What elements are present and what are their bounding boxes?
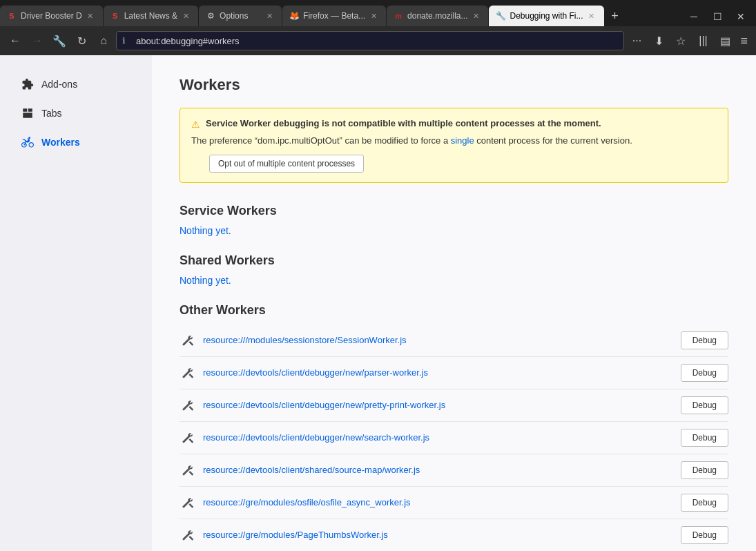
page-title: Workers: [180, 76, 728, 94]
opt-out-button[interactable]: Opt out of multiple content processes: [209, 155, 364, 173]
worker-row: resource:///modules/sessionstore/Session…: [180, 325, 728, 357]
home-button[interactable]: ⌂: [94, 31, 113, 50]
tab-debug[interactable]: 🔧 Debugging with Fi... ✕: [489, 6, 603, 26]
tab-favicon-mozilla: m: [394, 11, 403, 21]
library-icon[interactable]: |||: [693, 31, 713, 50]
nav-right-buttons: ··· ⬇ ☆ ||| ▤ ≡: [627, 31, 750, 51]
debug-button-0[interactable]: Debug: [681, 331, 728, 349]
tab-favicon-options: ⚙: [206, 11, 215, 21]
tab-label-firefox: Firefox — Beta...: [303, 11, 365, 21]
worker-url-6: resource://gre/modules/PageThumbsWorker.…: [203, 530, 667, 540]
tab-favicon-driver: S: [7, 11, 17, 21]
tab-favicon-firefox: 🦊: [289, 11, 299, 21]
hammer-icon-1: [180, 365, 196, 381]
hammer-icon-6: [180, 527, 196, 543]
worker-url-5: resource://gre/modules/osfile/osfile_asy…: [203, 497, 667, 508]
tab-firefox[interactable]: 🦊 Firefox — Beta... ✕: [282, 6, 386, 26]
forward-button[interactable]: →: [28, 31, 47, 50]
tab-close-mozilla[interactable]: ✕: [470, 10, 481, 21]
sidebar-item-tabs[interactable]: Tabs: [7, 99, 145, 127]
more-button[interactable]: ···: [627, 31, 646, 50]
menu-button[interactable]: ≡: [737, 31, 750, 51]
tab-label-debug: Debugging with Fi...: [510, 11, 583, 21]
hammer-icon-0: [180, 332, 196, 349]
window-controls: ─ ☐ ✕: [679, 7, 756, 26]
sidebar-toggle[interactable]: ▤: [715, 31, 735, 50]
worker-url-2: resource://devtools/client/debugger/new/…: [203, 400, 667, 410]
worker-url-3: resource://devtools/client/debugger/new/…: [203, 432, 667, 443]
hammer-icon-2: [180, 397, 196, 414]
tab-label-driver: Driver Booster D: [21, 11, 82, 21]
maximize-button[interactable]: ☐: [708, 7, 727, 26]
debug-button-2[interactable]: Debug: [681, 396, 728, 414]
warning-title: Service Worker debugging is not compatib…: [206, 118, 601, 128]
info-icon: ℹ: [122, 36, 132, 46]
nav-bar: ← → 🔧 ↻ ⌂ ℹ about:debugging#workers ··· …: [0, 26, 756, 55]
url-text: about:debugging#workers: [136, 36, 240, 46]
section-heading-service: Service Workers: [180, 204, 728, 218]
sidebar-label-tabs: Tabs: [41, 108, 62, 119]
tab-mozilla[interactable]: m donate.mozilla... ✕: [387, 6, 488, 26]
warning-box: ⚠ Service Worker debugging is not compat…: [180, 108, 728, 183]
tabs-icon: [21, 106, 35, 120]
warning-icon: ⚠: [191, 119, 200, 130]
debug-button-1[interactable]: Debug: [681, 364, 728, 382]
hammer-icon-3: [180, 429, 196, 446]
sidebar-label-workers: Workers: [41, 137, 80, 148]
pocket-icon[interactable]: ⬇: [649, 31, 668, 50]
tab-favicon-news: S: [110, 11, 120, 21]
hammer-icon-4: [180, 462, 196, 478]
tab-label-options: Options: [220, 11, 261, 21]
service-workers-nothing: Nothing yet.: [180, 225, 728, 236]
new-tab-button[interactable]: +: [605, 6, 626, 26]
other-workers-list: resource:///modules/sessionstore/Session…: [180, 325, 728, 552]
bookmark-icon[interactable]: ☆: [671, 31, 690, 50]
workers-icon: [21, 135, 35, 149]
puzzle-icon: [21, 77, 35, 91]
hammer-icon-5: [180, 494, 196, 511]
refresh-button[interactable]: ↻: [72, 31, 91, 50]
section-heading-other: Other Workers: [180, 303, 728, 318]
tab-news[interactable]: S Latest News & ✕: [104, 6, 198, 26]
section-heading-shared: Shared Workers: [180, 253, 728, 268]
sidebar-item-workers[interactable]: Workers: [7, 128, 145, 156]
warning-body-link[interactable]: single: [451, 135, 474, 146]
worker-url-1: resource://devtools/client/debugger/new/…: [203, 367, 667, 378]
close-button[interactable]: ✕: [731, 7, 750, 26]
worker-row: resource://gre/modules/PageThumbsWorker.…: [180, 519, 728, 552]
sidebar-item-addons[interactable]: Add-ons: [7, 70, 145, 98]
worker-row: resource://devtools/client/debugger/new/…: [180, 389, 728, 422]
tab-close-options[interactable]: ✕: [264, 10, 275, 21]
back-button[interactable]: ←: [6, 31, 25, 50]
warning-body-suffix: content process for the current version.: [474, 135, 632, 146]
url-bar[interactable]: ℹ about:debugging#workers: [116, 31, 624, 50]
tab-label-news: Latest News &: [124, 11, 177, 21]
tab-label-mozilla: donate.mozilla...: [407, 11, 467, 21]
wrench-icon[interactable]: 🔧: [50, 31, 69, 50]
page-container: Add-ons Tabs Workers Workers ⚠: [0, 55, 756, 551]
debug-button-3[interactable]: Debug: [681, 429, 728, 447]
debug-button-6[interactable]: Debug: [681, 526, 728, 544]
tab-favicon-debug: 🔧: [496, 11, 505, 21]
tab-options[interactable]: ⚙ Options ✕: [199, 6, 282, 26]
tab-close-debug[interactable]: ✕: [586, 10, 597, 21]
worker-url-4: resource://devtools/client/shared/source…: [203, 465, 667, 475]
tab-close-driver[interactable]: ✕: [85, 10, 96, 21]
warning-body: The preference “dom.ipc.multiOptOut” can…: [191, 134, 717, 148]
debug-button-4[interactable]: Debug: [681, 461, 728, 479]
debug-button-5[interactable]: Debug: [681, 494, 728, 512]
tab-driver[interactable]: S Driver Booster D ✕: [0, 6, 103, 26]
tab-close-news[interactable]: ✕: [180, 10, 191, 21]
warning-header: ⚠ Service Worker debugging is not compat…: [191, 118, 717, 130]
worker-row: resource://devtools/client/shared/source…: [180, 454, 728, 487]
shared-workers-nothing: Nothing yet.: [180, 275, 728, 286]
sidebar: Add-ons Tabs Workers: [0, 55, 152, 551]
tab-bar: S Driver Booster D ✕ S Latest News & ✕ ⚙…: [0, 0, 756, 26]
minimize-button[interactable]: ─: [684, 7, 704, 26]
main-content: Workers ⚠ Service Worker debugging is no…: [152, 55, 756, 551]
tab-close-firefox[interactable]: ✕: [368, 10, 379, 21]
worker-row: resource://devtools/client/debugger/new/…: [180, 422, 728, 454]
worker-row: resource://devtools/client/debugger/new/…: [180, 357, 728, 389]
worker-row: resource://gre/modules/osfile/osfile_asy…: [180, 487, 728, 519]
sidebar-label-addons: Add-ons: [41, 79, 77, 90]
